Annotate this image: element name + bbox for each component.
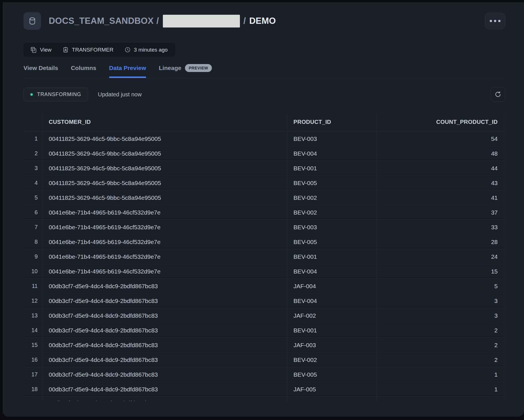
updated-ago-badge: 3 minutes ago	[124, 46, 168, 53]
more-actions-button[interactable]	[485, 13, 505, 29]
row-number-cell: 11	[24, 279, 43, 293]
view-icon	[30, 46, 37, 53]
tab-lineage[interactable]: Lineage PREVIEW	[159, 64, 212, 78]
updated-ago-label: 3 minutes ago	[134, 47, 168, 53]
product-id-cell: BEV-005	[287, 367, 377, 382]
table-row: 18 00db3cf7-d5e9-4dc4-8dc9-2bdfd867bc83 …	[24, 382, 505, 397]
row-number-cell: 10	[24, 264, 43, 279]
customer-id-cell: 00db3cf7-d5e9-4dc4-8dc9-2bdfd867bc83	[43, 323, 287, 338]
header-product-id: PRODUCT_ID	[287, 113, 377, 131]
count-cell: 37	[377, 205, 505, 220]
row-number-cell: 18	[24, 382, 43, 396]
tab-columns[interactable]: Columns	[71, 65, 96, 77]
table-body: 1 00411825-3629-46c5-9bbc-5c8a94e95005 B…	[24, 131, 505, 401]
product-id-cell: BEV-001	[287, 161, 377, 175]
table-row: 14 00db3cf7-d5e9-4dc4-8dc9-2bdfd867bc83 …	[24, 323, 505, 338]
count-cell: 28	[377, 235, 505, 249]
customer-id-cell: 0041e6be-71b4-4965-b619-46cf532d9e7e	[43, 264, 287, 279]
row-number-cell: 9	[24, 249, 43, 264]
updated-text: Updated just now	[98, 91, 142, 98]
product-id-cell: BEV-001	[287, 249, 377, 264]
table-row: 9 0041e6be-71b4-4965-b619-46cf532d9e7e B…	[24, 249, 505, 264]
tab-data-preview[interactable]: Data Preview	[109, 65, 146, 77]
table-row: 4 00411825-3629-46c5-9bbc-5c8a94e95005 B…	[24, 176, 505, 190]
count-cell: 24	[377, 249, 505, 264]
status-row: TRANSFORMING Updated just now	[24, 87, 505, 102]
table-row: 15 00db3cf7-d5e9-4dc4-8dc9-2bdfd867bc83 …	[24, 338, 505, 353]
status-dot-icon	[30, 93, 33, 96]
row-number-cell: 14	[24, 323, 43, 338]
product-id-cell: JAF-004	[287, 279, 377, 293]
refresh-icon	[495, 91, 501, 98]
table-row: 17 00db3cf7-d5e9-4dc4-8dc9-2bdfd867bc83 …	[24, 367, 505, 382]
table-row: 1 00411825-3629-46c5-9bbc-5c8a94e95005 B…	[24, 131, 505, 146]
count-cell: 5	[377, 279, 505, 293]
breadcrumb-database: DOCS_TEAM_SANDBOX	[49, 16, 154, 26]
clock-icon	[124, 46, 131, 53]
row-number-cell: 1	[24, 131, 43, 146]
status-label: TRANSFORMING	[37, 92, 81, 97]
breadcrumb-object: DEMO	[249, 16, 276, 26]
product-id-cell: BEV-003	[287, 131, 377, 146]
database-icon	[28, 16, 37, 26]
header-row-number	[24, 113, 43, 131]
header-customer-id: CUSTOMER_ID	[43, 113, 287, 131]
customer-id-cell: 00db3cf7-d5e9-4dc4-8dc9-2bdfd867bc83	[43, 308, 287, 323]
role-label: TRANSFORMER	[72, 47, 114, 53]
row-number-cell: 7	[24, 220, 43, 234]
row-number-cell: 13	[24, 308, 43, 323]
object-detail-panel: DOCS_TEAM_SANDBOX / / DEMO View	[3, 2, 524, 417]
count-cell: 2	[377, 338, 505, 352]
count-cell: 1	[377, 367, 505, 382]
customer-id-cell: 0041e6be-71b4-4965-b619-46cf532d9e7e	[43, 220, 287, 234]
count-cell: 43	[377, 176, 505, 190]
count-cell: 2	[377, 353, 505, 367]
table-row: 8 0041e6be-71b4-4965-b619-46cf532d9e7e B…	[24, 235, 505, 249]
count-cell: 44	[377, 161, 505, 175]
table-row: 11 00db3cf7-d5e9-4dc4-8dc9-2bdfd867bc83 …	[24, 279, 505, 294]
product-id-cell: BEV-004	[287, 264, 377, 279]
customer-id-cell: 0041e6be-71b4-4965-b619-46cf532d9e7e	[43, 249, 287, 264]
tab-view-details[interactable]: View Details	[24, 65, 58, 77]
customer-id-cell: 00411825-3629-46c5-9bbc-5c8a94e95005	[43, 131, 287, 146]
row-number-cell: 6	[24, 205, 43, 220]
count-cell: 3	[377, 308, 505, 323]
table-row-partial: 00db3cf7-d5e9-4dc4-8dc9-2bdfd867bc83 JAF…	[24, 397, 505, 401]
transformer-icon	[62, 46, 69, 53]
count-cell: 15	[377, 264, 505, 279]
customer-id-cell: 00411825-3629-46c5-9bbc-5c8a94e95005	[43, 190, 287, 205]
refresh-button[interactable]	[491, 87, 505, 102]
database-object-tile	[24, 12, 41, 30]
table-row: 12 00db3cf7-d5e9-4dc4-8dc9-2bdfd867bc83 …	[24, 294, 505, 308]
customer-id-cell: 0041e6be-71b4-4965-b619-46cf532d9e7e	[43, 205, 287, 220]
data-preview-table: CUSTOMER_ID PRODUCT_ID COUNT_PRODUCT_ID …	[24, 113, 505, 401]
row-number-cell: 12	[24, 294, 43, 308]
row-number-cell: 15	[24, 338, 43, 352]
count-cell: 3	[377, 294, 505, 308]
product-id-cell: JAF-001	[287, 397, 377, 401]
header: DOCS_TEAM_SANDBOX / / DEMO	[24, 12, 505, 30]
product-id-cell: BEV-003	[287, 220, 377, 234]
row-number-cell: 5	[24, 190, 43, 205]
customer-id-cell: 00db3cf7-d5e9-4dc4-8dc9-2bdfd867bc83	[43, 294, 287, 308]
row-number-cell: 8	[24, 235, 43, 249]
customer-id-cell: 0041e6be-71b4-4965-b619-46cf532d9e7e	[43, 235, 287, 249]
product-id-cell: BEV-004	[287, 294, 377, 308]
table-row: 16 00db3cf7-d5e9-4dc4-8dc9-2bdfd867bc83 …	[24, 353, 505, 367]
count-cell: 2	[377, 323, 505, 338]
count-cell: 41	[377, 190, 505, 205]
product-id-cell: JAF-005	[287, 382, 377, 396]
status-badge: TRANSFORMING	[24, 88, 88, 101]
row-number-cell: 2	[24, 146, 43, 161]
table-header-row: CUSTOMER_ID PRODUCT_ID COUNT_PRODUCT_ID	[24, 113, 505, 131]
table-row: 10 0041e6be-71b4-4965-b619-46cf532d9e7e …	[24, 264, 505, 279]
product-id-cell: BEV-001	[287, 323, 377, 338]
product-id-cell: BEV-004	[287, 146, 377, 161]
row-number-cell	[24, 397, 43, 401]
table-row: 6 0041e6be-71b4-4965-b619-46cf532d9e7e B…	[24, 205, 505, 220]
customer-id-cell: 00411825-3629-46c5-9bbc-5c8a94e95005	[43, 146, 287, 161]
row-number-cell: 3	[24, 161, 43, 175]
customer-id-cell: 00411825-3629-46c5-9bbc-5c8a94e95005	[43, 176, 287, 190]
breadcrumb-separator: /	[156, 16, 159, 26]
row-number-cell: 4	[24, 176, 43, 190]
